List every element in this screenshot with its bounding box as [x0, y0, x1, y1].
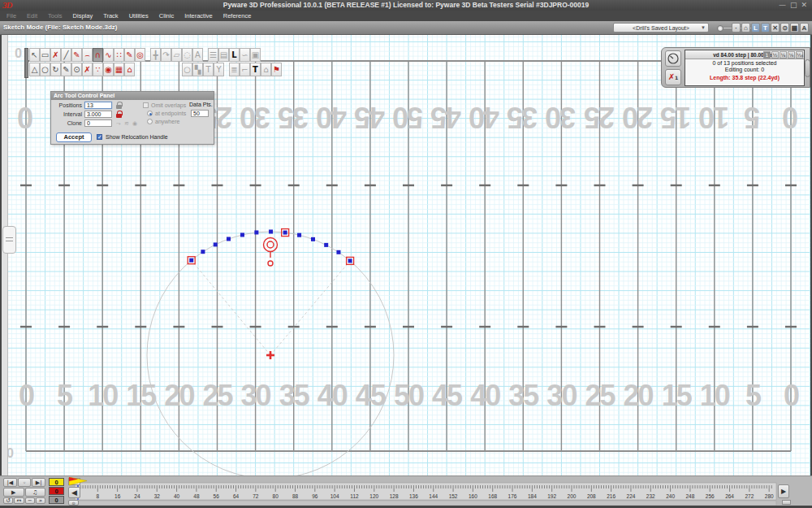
magnifier-button[interactable]: ⊙: [68, 500, 79, 506]
set-flag-icon[interactable]: [68, 477, 88, 487]
minimize-button[interactable]: —: [779, 1, 786, 9]
select-tool[interactable]: ↖: [29, 48, 40, 62]
unlock-icon[interactable]: [116, 105, 122, 109]
anim-a-tool[interactable]: A: [192, 48, 203, 62]
grid-division-½[interactable]: ½: [771, 51, 779, 59]
data-pts-input[interactable]: [191, 110, 209, 117]
block-tool[interactable]: ∷: [114, 48, 124, 62]
circle-tool[interactable]: ◎: [135, 48, 145, 62]
dialog-title[interactable]: Arc Tool Control Panel: [51, 92, 214, 100]
fold-tool[interactable]: ⌐: [240, 63, 250, 76]
grid-division-¹⁄₁₆[interactable]: ¹⁄₁₆: [796, 51, 803, 59]
skip-button[interactable]: »: [36, 497, 45, 504]
curve-tool[interactable]: ⌢: [82, 48, 93, 62]
move-tool[interactable]: ╋: [150, 48, 161, 62]
play-button[interactable]: ▶: [3, 488, 24, 497]
page-back-button[interactable]: ◀: [68, 487, 80, 498]
arc-position-8[interactable]: [283, 231, 287, 235]
menu-display[interactable]: Display: [73, 12, 93, 20]
text-tool[interactable]: T: [250, 63, 261, 76]
zoom-slider-knob[interactable]: [717, 25, 723, 32]
menu-track[interactable]: Track: [103, 12, 118, 20]
omit-overlaps-checkbox[interactable]: [143, 102, 149, 108]
grid-view-button[interactable]: ▦: [790, 23, 799, 33]
arc-position-13[interactable]: [348, 258, 352, 263]
label-l-tool[interactable]: L: [229, 48, 240, 62]
arc-position-5[interactable]: [240, 232, 244, 237]
sheet-tool[interactable]: ▤: [218, 48, 229, 62]
grid-division-⅛[interactable]: ⅛: [788, 51, 795, 59]
count-red[interactable]: 0: [49, 487, 64, 495]
top-view-button[interactable]: T: [761, 23, 770, 33]
arc-position-9[interactable]: [297, 233, 301, 237]
arc-position-3[interactable]: [214, 242, 218, 246]
flag-tool[interactable]: ⚑: [271, 63, 282, 76]
arc-position-10[interactable]: [311, 237, 315, 241]
go-end-button[interactable]: ▶|: [32, 478, 45, 487]
menu-edit[interactable]: Edit: [27, 12, 37, 20]
arc-position-1[interactable]: [189, 258, 193, 263]
grid-division-¼[interactable]: ¼: [780, 51, 787, 59]
arc-position-6[interactable]: [254, 230, 258, 234]
lock-icon[interactable]: [116, 114, 122, 118]
home-view-button[interactable]: ⌂: [741, 23, 750, 33]
audio-button[interactable]: ♫: [25, 488, 46, 497]
menu-utilities[interactable]: Utilities: [129, 12, 149, 20]
ruler-scroll-thumb[interactable]: [782, 500, 791, 505]
pair-tool[interactable]: ∵: [93, 63, 103, 76]
close-view-button[interactable]: ✕: [771, 23, 780, 33]
block-w-tool[interactable]: ▦: [114, 63, 124, 76]
arc-position-4[interactable]: [227, 237, 231, 241]
menu-interactive[interactable]: Interactive: [184, 12, 213, 20]
palette-grip[interactable]: [24, 48, 28, 78]
clone-curve-icon[interactable]: ⤳: [116, 120, 121, 127]
dash-button[interactable]: −: [25, 497, 35, 504]
panel-tab[interactable]: [805, 59, 810, 77]
clone-mirror-icon[interactable]: ≋: [124, 120, 129, 127]
line-tool[interactable]: ╱: [61, 48, 71, 62]
arc-position-11[interactable]: [324, 243, 328, 247]
marquee-tool[interactable]: ▭: [40, 48, 50, 62]
ruler-forward-button[interactable]: ▶: [778, 484, 789, 498]
menu-reference[interactable]: Reference: [223, 12, 252, 20]
triangle-tool[interactable]: △: [29, 63, 40, 76]
erase-tool[interactable]: ✗: [82, 63, 93, 76]
home-tool[interactable]: ⌂: [261, 63, 271, 76]
arc-position-2[interactable]: [201, 250, 205, 254]
zoom-view-button[interactable]: ⊙: [780, 23, 789, 33]
morph-tool[interactable]: ◌: [182, 48, 192, 62]
clone-spot-icon[interactable]: ◉: [132, 120, 137, 127]
freehand-tool[interactable]: ✎: [124, 48, 135, 62]
menu-tools[interactable]: Tools: [48, 12, 63, 20]
photo-tool[interactable]: ▣: [250, 48, 261, 62]
layout-select[interactable]: <Drill's Saved Layout> ▼: [613, 23, 709, 33]
gauge-button[interactable]: [665, 50, 681, 67]
menu-file[interactable]: File: [6, 12, 16, 20]
left-view-button[interactable]: L: [751, 23, 760, 33]
count-gray[interactable]: 0: [49, 496, 64, 504]
anim-view-button[interactable]: A: [800, 23, 809, 33]
path-tool[interactable]: ∽: [240, 48, 250, 62]
show-handle-checkbox[interactable]: [97, 134, 102, 140]
span-button[interactable]: ↔: [14, 497, 24, 504]
resize-tool[interactable]: ▱: [171, 48, 182, 62]
go-start-button[interactable]: |◀: [3, 478, 17, 487]
menu-clinic[interactable]: Clinic: [159, 12, 174, 20]
swing-tool[interactable]: ↷: [161, 48, 171, 62]
oval-tool[interactable]: ○: [182, 63, 192, 76]
y-tool[interactable]: Y: [214, 63, 224, 76]
arc-position-7[interactable]: [269, 230, 273, 234]
interval-input[interactable]: [84, 111, 112, 118]
count-ruler[interactable]: 8162432404856647280889610411212012813614…: [0, 476, 809, 506]
tempo-knob[interactable]: ◦: [18, 478, 32, 487]
rotate-tool[interactable]: ↻: [50, 63, 61, 76]
t-move-tool[interactable]: T: [203, 63, 214, 76]
at-endpoints-radio[interactable]: [147, 111, 153, 116]
clone-input[interactable]: [84, 119, 112, 127]
align-tool[interactable]: ☰: [208, 48, 218, 62]
shade-tool[interactable]: ▚: [192, 63, 203, 76]
delete-tool[interactable]: ✗: [50, 48, 61, 62]
count-yellow[interactable]: 0: [49, 478, 64, 486]
pen-tool[interactable]: ✎: [71, 48, 82, 62]
accept-button[interactable]: Accept: [56, 132, 92, 142]
